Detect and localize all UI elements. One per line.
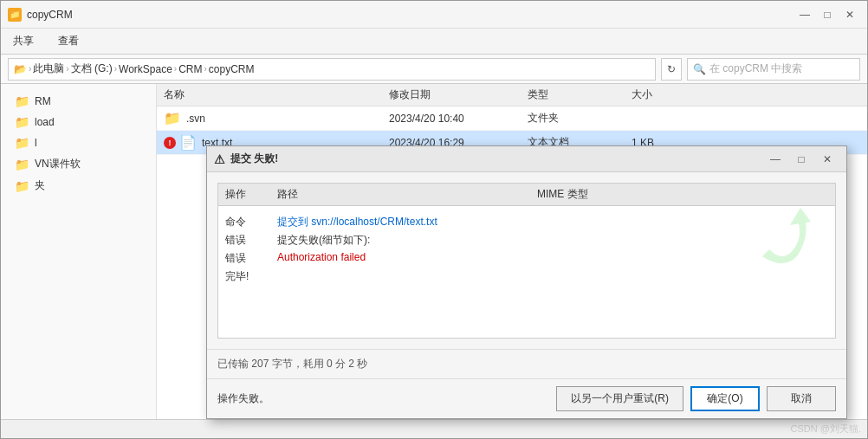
explorer-icon: 📁 — [8, 8, 22, 22]
ribbon-tab-share[interactable]: 共享 — [8, 32, 39, 50]
sidebar: 📁 RM 📁 load 📁 l 📁 VN课件软 📁 夹 — [1, 84, 157, 419]
ribbon-tab-view[interactable]: 查看 — [53, 32, 84, 50]
log-path-2: Authorization failed — [277, 251, 366, 266]
sidebar-item-2[interactable]: 📁 l — [1, 132, 156, 153]
sidebar-label-4: 夹 — [35, 178, 45, 193]
window-title: copyCRM — [27, 9, 73, 21]
log-rows: 命令 提交到 svn://localhost/CRM/text.txt 错误 提… — [218, 206, 835, 293]
log-table-header: 操作 路径 MIME 类型 — [218, 184, 835, 206]
minimize-button[interactable]: — — [794, 4, 815, 25]
close-button[interactable]: ✕ — [839, 4, 860, 25]
sidebar-folder-icon-1: 📁 — [15, 115, 29, 129]
dialog-action-buttons: 以另一个用户重试(R) 确定(O) 取消 — [556, 386, 836, 411]
commit-error-dialog: ⚠ 提交 失败! — □ ✕ 操作 路径 MIME 类型 命令 提交到 svn:… — [206, 145, 847, 419]
cancel-button[interactable]: 取消 — [767, 386, 836, 411]
error-badge-icon: ! — [164, 137, 176, 149]
log-op-3: 完毕! — [225, 269, 277, 284]
log-op-0: 命令 — [225, 215, 277, 229]
dialog-title-bar: ⚠ 提交 失败! — □ ✕ — [207, 146, 846, 172]
dialog-footer-info: 已传输 207 字节，耗用 0 分 2 秒 — [207, 349, 846, 378]
dialog-content: 操作 路径 MIME 类型 命令 提交到 svn://localhost/CRM… — [207, 172, 846, 349]
sidebar-label-3: VN课件软 — [35, 157, 81, 171]
refresh-arrow-icon — [748, 201, 818, 270]
file-list-header: 名称 修改日期 类型 大小 — [157, 84, 867, 107]
search-placeholder: 在 copyCRM 中搜索 — [709, 61, 802, 76]
file-name-svn: 📁 .svn — [164, 110, 389, 126]
sidebar-item-0[interactable]: 📁 RM — [1, 91, 156, 112]
sidebar-label-2: l — [35, 137, 37, 149]
log-col-header-mime: MIME 类型 — [537, 187, 658, 202]
sidebar-item-1[interactable]: 📁 load — [1, 112, 156, 132]
file-type-svn: 文件夹 — [528, 111, 632, 126]
breadcrumb-copycrm: copyCRM — [209, 63, 255, 75]
col-header-name: 名称 — [164, 87, 389, 102]
sidebar-label-1: load — [35, 116, 55, 128]
sidebar-folder-icon-0: 📁 — [15, 94, 29, 108]
transfer-info: 已传输 207 字节，耗用 0 分 2 秒 — [217, 358, 367, 370]
dialog-footer-actions: 操作失败。 以另一个用户重试(R) 确定(O) 取消 — [207, 378, 846, 418]
sidebar-item-4[interactable]: 📁 夹 — [1, 175, 156, 197]
dialog-title-left: ⚠ 提交 失败! — [214, 152, 278, 166]
confirm-button[interactable]: 确定(O) — [690, 386, 760, 411]
sidebar-item-3[interactable]: 📁 VN课件软 — [1, 153, 156, 175]
breadcrumb[interactable]: 📂 › 此电脑 › 文档 (G:) › WorkSpace › CRM › co… — [8, 58, 656, 81]
title-bar-left: 📁 copyCRM — [8, 8, 73, 22]
log-path-0: 提交到 svn://localhost/CRM/text.txt — [277, 215, 437, 229]
sidebar-folder-icon-3: 📁 — [15, 158, 29, 171]
address-bar: 📂 › 此电脑 › 文档 (G:) › WorkSpace › CRM › co… — [1, 55, 867, 84]
retry-button[interactable]: 以另一个用户重试(R) — [556, 386, 683, 411]
breadcrumb-workspace: WorkSpace — [119, 63, 172, 75]
file-label-svn: .svn — [186, 113, 205, 125]
log-row-0: 命令 提交到 svn://localhost/CRM/text.txt — [225, 213, 828, 231]
log-row-3: 完毕! — [225, 268, 828, 286]
watermark: CSDN @刘天猫. — [791, 423, 861, 436]
dialog-title-text: 提交 失败! — [230, 152, 278, 166]
refresh-button[interactable]: ↻ — [661, 58, 682, 81]
dialog-minimize-button[interactable]: — — [763, 150, 787, 169]
breadcrumb-crm: CRM — [178, 63, 202, 75]
file-date-svn: 2023/4/20 10:40 — [389, 113, 528, 125]
dialog-warning-icon: ⚠ — [214, 152, 225, 166]
breadcrumb-icon: 📂 — [14, 63, 27, 75]
col-header-type: 类型 — [528, 87, 632, 102]
file-row-svn[interactable]: 📁 .svn 2023/4/20 10:40 文件夹 — [157, 107, 867, 131]
log-op-2: 错误 — [225, 251, 277, 266]
file-icon-text: 📄 — [179, 134, 197, 151]
svg-marker-0 — [790, 208, 811, 225]
maximize-button[interactable]: □ — [817, 4, 838, 25]
log-table: 操作 路径 MIME 类型 命令 提交到 svn://localhost/CRM… — [217, 183, 836, 339]
search-icon: 🔍 — [693, 63, 706, 75]
dialog-maximize-button[interactable]: □ — [789, 150, 813, 169]
col-header-date: 修改日期 — [389, 87, 528, 102]
title-bar: 📁 copyCRM — □ ✕ — [1, 1, 867, 29]
dialog-status: 操作失败。 — [217, 391, 269, 406]
log-op-1: 错误 — [225, 233, 277, 248]
log-row-2: 错误 Authorization failed — [225, 249, 828, 268]
breadcrumb-drive: 文档 (G:) — [71, 61, 113, 76]
log-col-header-op: 操作 — [225, 187, 277, 202]
ribbon: 共享 查看 — [1, 29, 867, 55]
log-row-1: 错误 提交失败(细节如下): — [225, 231, 828, 249]
sidebar-folder-icon-4: 📁 — [15, 179, 29, 193]
sidebar-label-0: RM — [35, 95, 51, 107]
log-col-header-path: 路径 — [277, 187, 537, 202]
folder-icon-svn: 📁 — [164, 110, 181, 126]
status-bar — [1, 419, 867, 438]
log-path-1: 提交失败(细节如下): — [277, 233, 370, 248]
title-bar-controls: — □ ✕ — [794, 4, 860, 25]
breadcrumb-pc: 此电脑 — [33, 61, 64, 76]
search-input[interactable]: 🔍 在 copyCRM 中搜索 — [687, 58, 860, 81]
sidebar-folder-icon-2: 📁 — [15, 136, 29, 150]
dialog-close-button[interactable]: ✕ — [815, 150, 839, 169]
dialog-controls: — □ ✕ — [763, 150, 839, 169]
col-header-size: 大小 — [632, 87, 701, 102]
